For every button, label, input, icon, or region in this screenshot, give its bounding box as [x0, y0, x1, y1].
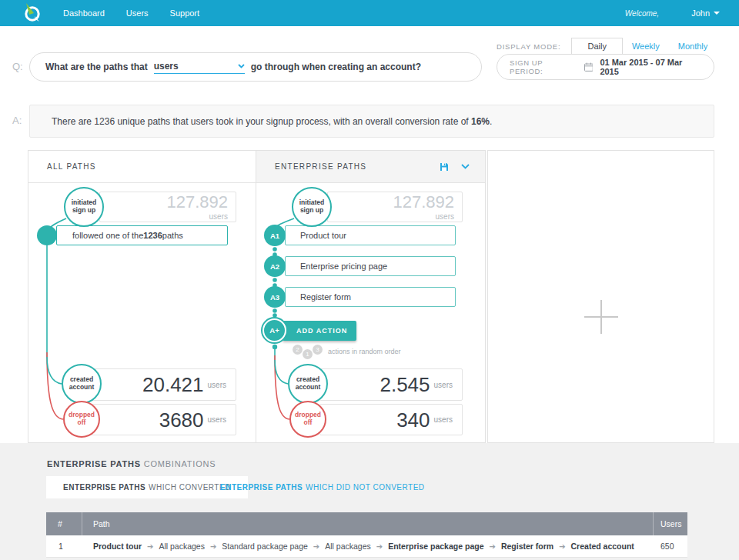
action-badge-a3: A3: [264, 286, 286, 308]
arrow-icon: ➔: [313, 542, 319, 551]
arrow-icon: ➔: [147, 542, 153, 551]
mode-tab-monthly[interactable]: Monthly: [669, 38, 717, 54]
initiated-signup-node: initiated sign up: [64, 187, 104, 227]
ent-dropped-users-box: 340 users: [319, 404, 463, 435]
enterprise-paths-header: ENTERPRISE PATHS: [256, 151, 485, 183]
created-users-unit: users: [208, 381, 226, 389]
nav-item-support[interactable]: Support: [170, 8, 200, 18]
enterprise-header-icons: [440, 162, 470, 172]
header-path: Path: [82, 512, 654, 535]
enterprise-paths-title: ENTERPRISE PATHS: [275, 162, 366, 171]
ent-initiated-signup-node: initiated sign up: [292, 187, 332, 227]
mode-tab-weekly[interactable]: Weekly: [623, 38, 669, 54]
answer-prefix: A:: [12, 115, 22, 126]
initiated-users-unit: users: [209, 212, 228, 221]
table-row[interactable]: 1 Product tour➔ All packages➔ Standard p…: [46, 535, 687, 558]
nav-item-users[interactable]: Users: [126, 8, 149, 18]
random-order-label: actions in random order: [328, 348, 401, 355]
question-bar: What are the paths that users go through…: [29, 52, 482, 82]
action-badge-a2: A2: [264, 255, 286, 277]
arrow-icon: ➔: [489, 542, 495, 551]
action-box-1[interactable]: Product tour: [285, 225, 456, 245]
welcome-text: Welcome,: [625, 9, 659, 18]
dropped-users-unit: users: [208, 415, 226, 424]
add-action-button[interactable]: ADD ACTION: [283, 321, 356, 341]
action-badge-a1: A1: [264, 225, 286, 246]
ent-created-users-box: 2.545 users: [319, 368, 463, 401]
signup-period-picker[interactable]: SIGN UP PERIOD: 01 Mar 2015 - 07 Mar 201…: [497, 54, 714, 80]
ent-created-users-unit: users: [434, 381, 453, 389]
nav-item-dashboard[interactable]: Dashboard: [63, 8, 105, 18]
dropped-off-node: dropped off: [63, 401, 100, 438]
ent-dropped-users-value: 340: [396, 410, 430, 430]
caret-down-icon: [714, 12, 720, 15]
dropped-users-box: 3680 users: [92, 404, 236, 435]
answer-text: There are 1236 unique paths that users t…: [52, 116, 492, 127]
created-users-value: 20.421: [142, 375, 204, 395]
combinations-title: ENTERPRISE PATHS COMBINATIONS: [47, 459, 216, 468]
brand-logo-icon[interactable]: [23, 3, 42, 23]
followed-paths-box: followed one of the 1236 paths: [56, 225, 228, 245]
collapse-chevron-icon[interactable]: [461, 164, 470, 169]
subject-dropdown[interactable]: users: [154, 61, 245, 74]
arrow-icon: ➔: [376, 542, 383, 551]
question-text-before: What are the paths that: [45, 62, 148, 72]
created-users-box: 20.421 users: [92, 368, 236, 401]
ent-created-account-node: created account: [288, 364, 328, 404]
arrow-icon: ➔: [559, 542, 565, 551]
navbar-right: Welcome, John: [625, 8, 720, 18]
question-prefix: Q:: [12, 61, 23, 72]
signup-period-value: 01 Mar 2015 - 07 Mar 2015: [600, 58, 701, 76]
subject-dropdown-value: users: [154, 61, 179, 72]
add-action-badge[interactable]: A+: [262, 318, 286, 342]
action-box-2[interactable]: Enterprise pricing page: [285, 256, 456, 276]
random-order-badge-2: 1: [303, 349, 313, 359]
question-text-after: go through when creating an account?: [251, 62, 421, 72]
calendar-icon: [584, 62, 594, 72]
ent-created-users-value: 2.545: [380, 375, 430, 395]
header-num: #: [46, 512, 82, 535]
random-order-badge-1: 2: [293, 345, 303, 355]
mode-tab-daily[interactable]: Daily: [571, 38, 622, 54]
answer-box: There are 1236 unique paths that users t…: [29, 105, 714, 138]
row-users: 650: [654, 542, 687, 551]
dropped-users-value: 3680: [159, 410, 204, 430]
row-num: 1: [46, 542, 82, 551]
action-box-3[interactable]: Register form: [285, 287, 456, 307]
row-path: Product tour➔ All packages➔ Standard pac…: [82, 542, 654, 551]
arrow-icon: ➔: [210, 542, 216, 551]
ent-dropped-users-unit: users: [434, 415, 453, 424]
all-paths-panel: ALL PATHS 127.892 users initiated sign u…: [28, 150, 256, 443]
followed-node: [37, 225, 57, 245]
plus-icon[interactable]: [584, 300, 618, 334]
combinations-section: ENTERPRISE PATHS COMBINATIONS ENTERPRISE…: [0, 443, 739, 560]
user-name: John: [691, 8, 710, 18]
paths-table: # Path Users 1 Product tour➔ All package…: [46, 512, 687, 558]
display-mode-row: DISPLAY MODE: Daily Weekly Monthly: [497, 37, 717, 54]
enterprise-paths-panel: ENTERPRISE PATHS: [256, 150, 486, 443]
user-menu[interactable]: John: [691, 8, 720, 18]
initiated-users-box: 127.892 users: [99, 192, 236, 222]
display-mode-label: DISPLAY MODE:: [497, 42, 560, 51]
app: Dashboard Users Support Welcome, John Q:…: [0, 0, 739, 560]
header-users: Users: [654, 512, 687, 535]
ent-initiated-users-unit: users: [436, 212, 454, 221]
navbar: Dashboard Users Support Welcome, John: [0, 0, 739, 26]
chevron-down-icon: [238, 64, 245, 68]
all-paths-title: ALL PATHS: [47, 162, 96, 171]
signup-period-label: SIGN UP PERIOD:: [510, 58, 577, 75]
table-header: # Path Users: [46, 512, 687, 535]
add-path-panel[interactable]: [487, 150, 714, 443]
ent-dropped-off-node: dropped off: [289, 401, 326, 438]
ent-initiated-users-value: 127.892: [393, 194, 454, 211]
all-paths-header: ALL PATHS: [28, 151, 256, 183]
created-account-node: created account: [62, 364, 102, 404]
save-icon[interactable]: [440, 162, 449, 172]
answer-highlight: 16%: [471, 116, 490, 127]
ent-initiated-users-box: 127.892 users: [327, 192, 463, 222]
random-order-badge-3: 3: [313, 345, 323, 355]
initiated-users-value: 127.892: [166, 194, 228, 211]
tab-not-converted[interactable]: ENTERPRISE PATHS WHICH DID NOT CONVERTED: [209, 476, 436, 498]
